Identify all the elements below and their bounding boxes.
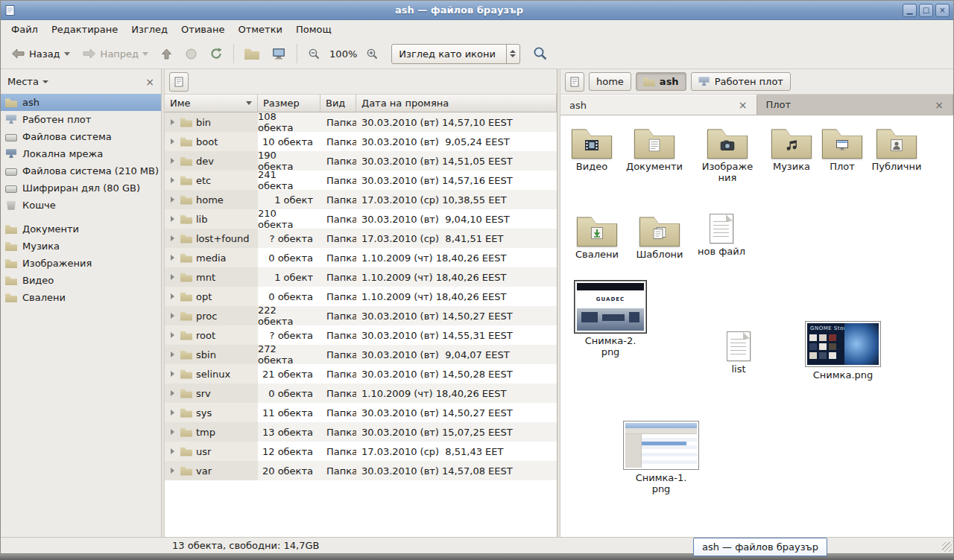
places-title[interactable]: Места [7, 76, 39, 87]
expander-icon[interactable] [171, 274, 174, 280]
zoom-in-button[interactable] [361, 43, 384, 65]
place-item[interactable]: Файлова система [1, 128, 161, 145]
file-item-new-file[interactable]: нов файл [690, 214, 753, 258]
tab-close-icon[interactable]: × [935, 100, 944, 110]
place-item[interactable]: Шифриран дял (80 GB) [1, 179, 161, 197]
file-item-list[interactable]: list [707, 331, 770, 375]
bookmark-item[interactable]: Изображения [1, 255, 161, 272]
back-history-caret-icon[interactable] [64, 52, 70, 56]
expander-icon[interactable] [171, 139, 174, 144]
column-header-date[interactable]: Дата на промяна [356, 95, 557, 112]
zoom-out-button[interactable] [303, 43, 326, 65]
places-caret-icon[interactable] [42, 80, 48, 83]
maximize-button[interactable]: □ [919, 4, 933, 17]
folder-item-video[interactable]: Видео [560, 127, 623, 173]
folder-item-templates[interactable]: Шаблони [628, 215, 691, 261]
expander-icon[interactable] [171, 371, 174, 377]
tree-row[interactable]: lost+found ? обекта Папка 17.03.2010 (ср… [165, 229, 557, 248]
tree-row[interactable]: sys 11 обекта Папка 30.03.2010 (вт) 14,5… [165, 403, 557, 422]
menu-item[interactable]: Помощ [289, 22, 338, 37]
bookmark-item[interactable]: Документи [1, 220, 161, 238]
view-mode-select[interactable]: Изглед като икони [391, 44, 520, 64]
bookmark-item[interactable]: Музика [1, 238, 161, 255]
expander-icon[interactable] [171, 255, 174, 261]
tree-row[interactable]: opt 0 обекта Папка 1.10.2009 (чт) 18,40,… [165, 287, 557, 306]
tree-row[interactable]: lib 210 обекта Папка 30.03.2010 (вт) 9,0… [165, 209, 557, 229]
expander-icon[interactable] [171, 410, 174, 416]
expander-icon[interactable] [171, 390, 174, 396]
column-header-type[interactable]: Вид [320, 95, 356, 112]
tree-row[interactable]: etc 241 обекта Папка 30.03.2010 (вт) 14,… [165, 171, 557, 190]
place-item[interactable]: Работен плот [1, 111, 161, 128]
taskbar-window-button[interactable]: ash — файлов браузър [693, 538, 827, 556]
tree-row[interactable]: srv 0 обекта Папка 1.10.2009 (чт) 18,40,… [165, 384, 557, 403]
expander-icon[interactable] [171, 313, 174, 319]
expander-icon[interactable] [171, 429, 174, 435]
folder-item-desktop[interactable]: Плот [811, 127, 874, 173]
file-item-shot2[interactable]: GUADEC Снимка-2.png [573, 281, 648, 357]
expander-icon[interactable] [171, 468, 174, 474]
folder-item-documents[interactable]: Документи [623, 127, 686, 173]
tree-row[interactable]: dev 190 обекта Папка 30.03.2010 (вт) 14,… [165, 151, 557, 171]
back-button[interactable]: Назад [5, 43, 75, 64]
menu-item[interactable]: Изглед [124, 22, 174, 37]
folder-item-images[interactable]: Изображения [696, 127, 759, 183]
home-button[interactable] [239, 43, 265, 64]
tab-close-icon[interactable]: × [739, 100, 748, 110]
file-item-shot1[interactable]: Снимка-1.png [622, 421, 700, 494]
view-mode-spinner[interactable] [506, 45, 519, 63]
tree-row[interactable]: tmp 13 обекта Папка 30.03.2010 (вт) 15,0… [165, 422, 557, 442]
expander-icon[interactable] [171, 197, 174, 203]
breadcrumb-home[interactable]: home [589, 72, 631, 91]
breadcrumb-ash[interactable]: ash [636, 72, 686, 91]
bookmark-item[interactable]: Видео [1, 272, 161, 289]
tree-row[interactable]: media 0 обекта Папка 1.10.2009 (чт) 18,4… [165, 248, 557, 267]
icon-canvas[interactable]: Видео Документи [560, 115, 953, 537]
expander-icon[interactable] [171, 177, 174, 183]
expander-icon[interactable] [171, 235, 174, 241]
column-header-size[interactable]: Размер [258, 95, 320, 112]
tree-row[interactable]: selinux 21 обекта Папка 30.03.2010 (вт) … [165, 364, 557, 384]
tree-row[interactable]: bin 108 обекта Папка 30.03.2010 (вт) 14,… [165, 112, 557, 132]
bookmark-item[interactable]: Свалени [1, 289, 161, 306]
place-item[interactable]: ash [1, 94, 161, 111]
menu-item[interactable]: Отиване [174, 22, 231, 37]
menu-item[interactable]: Файл [4, 22, 45, 37]
tree-row[interactable]: proc 222 обекта Папка 30.03.2010 (вт) 14… [165, 306, 557, 325]
tree-row[interactable]: mnt 1 обект Папка 1.10.2009 (чт) 18,40,2… [165, 267, 557, 287]
place-item[interactable]: Файлова система (210 MB) [1, 162, 161, 179]
tree-row[interactable]: root ? обекта Папка 30.03.2010 (вт) 14,5… [165, 325, 557, 345]
right-location-toggle-button[interactable] [565, 72, 584, 92]
close-button[interactable]: × [935, 4, 950, 17]
breadcrumb-desktop[interactable]: Работен плот [691, 72, 791, 91]
up-button[interactable] [155, 43, 178, 65]
search-button[interactable] [528, 42, 553, 66]
tab-plot[interactable]: Плот × [757, 95, 954, 115]
file-item-shot[interactable]: GNOME Store Снимка.png [804, 321, 882, 381]
expander-icon[interactable] [171, 158, 174, 164]
titlebar[interactable]: ash — файлов браузър ▁ □ × [1, 1, 953, 20]
menu-item[interactable]: Отметки [231, 22, 288, 37]
left-location-toggle-button[interactable] [169, 72, 189, 92]
folder-item-downloads[interactable]: Свалени [566, 215, 628, 261]
tree-row[interactable]: var 20 обекта Папка 30.03.2010 (вт) 14,5… [165, 461, 557, 480]
expander-icon[interactable] [171, 332, 174, 338]
expander-icon[interactable] [171, 293, 174, 299]
menu-item[interactable]: Редактиране [45, 22, 124, 37]
tree-row[interactable]: usr 12 обекта Папка 17.03.2010 (ср) 8,51… [165, 442, 557, 461]
expander-icon[interactable] [171, 216, 174, 222]
tree-row[interactable]: boot 10 обекта Папка 30.03.2010 (вт) 9,0… [165, 132, 557, 151]
expander-icon[interactable] [171, 448, 174, 454]
expander-icon[interactable] [171, 351, 174, 357]
folder-item-public[interactable]: Публични [865, 127, 928, 173]
reload-button[interactable] [204, 42, 228, 65]
tab-ash[interactable]: ash × [560, 95, 757, 115]
minimize-button[interactable]: ▁ [903, 4, 917, 17]
resize-grip[interactable] [942, 542, 952, 552]
column-header-name[interactable]: Име [165, 95, 258, 112]
tree-row[interactable]: sbin 272 обекта Папка 30.03.2010 (вт) 9,… [165, 345, 557, 364]
tree-row[interactable]: home 1 обект Папка 17.03.2010 (ср) 10,38… [165, 190, 557, 209]
expander-icon[interactable] [171, 119, 174, 125]
places-close-icon[interactable]: × [145, 77, 154, 87]
place-item[interactable]: Кошче [1, 197, 161, 214]
